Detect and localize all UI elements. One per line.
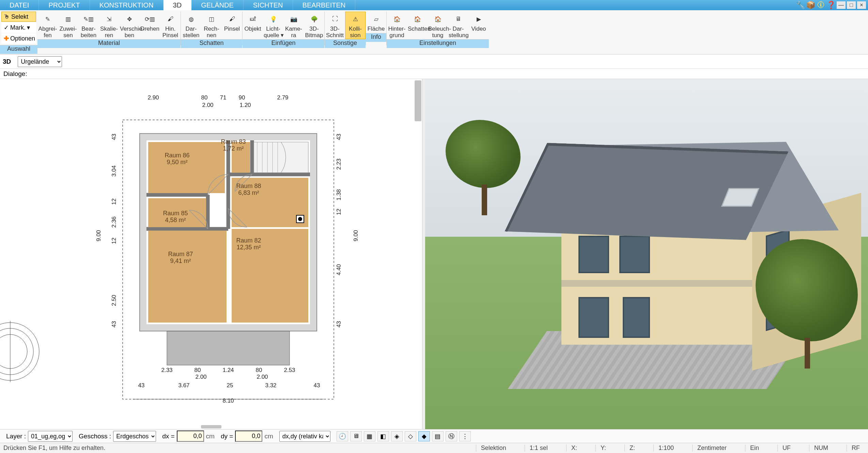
dim-top: 2.90 <box>148 94 159 101</box>
dim-right: 43 <box>336 321 342 328</box>
ribbon-kollision[interactable]: ⚠Kolli-sion <box>345 12 366 39</box>
room-name: Raum 88 <box>236 183 261 189</box>
group-auswahl: Auswahl <box>0 45 37 54</box>
mark-tool[interactable]: ✓ Mark. ▾ <box>1 22 36 33</box>
status-z: Z: <box>624 444 640 452</box>
3d-view-pane[interactable]: ≋ 🪑 🌳 <box>425 79 868 429</box>
property-bar: Layer : 01_ug,eg,og Geschoss : Erdgescho… <box>0 429 868 443</box>
ribbon-hinpinsel[interactable]: 🖌Hin.Pinsel <box>160 12 181 39</box>
svg-rect-19 <box>254 142 308 173</box>
dim-left-extra: 2.50 <box>111 295 117 306</box>
terrain-select[interactable]: Urgelände <box>18 56 62 67</box>
tool-icon[interactable]: 🔧 <box>796 1 805 9</box>
ribbon-dschnitt[interactable]: ⛶3D-Schnitt <box>325 12 345 39</box>
dim-top2: 1.20 <box>239 102 251 108</box>
ribbon-video[interactable]: ▶Video <box>468 12 489 39</box>
ribbon-glyph-icon: ◫ <box>202 12 221 26</box>
cube-icon[interactable]: ◧ <box>377 431 389 441</box>
ribbon-lichtquelle[interactable]: 💡Licht-quelle ▾ <box>263 12 283 39</box>
ribbon-skalieren[interactable]: ⇲Skalie-ren <box>99 12 119 39</box>
room-name: Raum 85 <box>163 210 188 217</box>
minimize-button[interactable]: — <box>837 1 846 9</box>
ribbon-glyph-icon: ⇲ <box>99 12 119 26</box>
tab-konstruktion[interactable]: KONSTRUKTION <box>90 0 164 10</box>
ribbon-darstellung[interactable]: 🖥Dar-stellung <box>448 12 468 39</box>
tab-sichten[interactable]: SICHTEN <box>244 0 293 10</box>
ribbon-drehen[interactable]: ⟳▥Drehen <box>140 12 160 39</box>
tab-datei[interactable]: DATEI <box>0 0 39 10</box>
dim-left: 12 <box>111 238 117 244</box>
grid-icon[interactable]: ▤ <box>432 431 444 441</box>
ribbon-objekt[interactable]: 🛋Objekt <box>243 12 263 39</box>
select-tool[interactable]: 🖰 Selekt <box>1 12 36 22</box>
ribbon-kamera[interactable]: 📷Kame-ra <box>283 12 304 39</box>
status-uf: UF <box>777 444 795 452</box>
more-icon[interactable]: ⋮ <box>459 431 471 441</box>
floor-plan[interactable]: Raum 869,50 m²Raum 831,72 m²Raum 886,83 … <box>82 86 361 420</box>
layer-label: Layer : <box>6 433 26 440</box>
snap3-icon[interactable]: ◆ <box>418 431 430 441</box>
dim-bottom: 43 <box>314 382 320 389</box>
dim-top: 90 <box>239 94 245 101</box>
help-icon[interactable]: ❓ <box>826 1 835 9</box>
ribbon-beleuchtung[interactable]: 🏠Beleuch-tung <box>428 12 448 39</box>
tab-bearbeiten[interactable]: BEARBEITEN <box>293 0 356 10</box>
tab-projekt[interactable]: PROJEKT <box>39 0 90 10</box>
floor-select[interactable]: Erdgeschos <box>113 431 156 442</box>
ribbon-glyph-icon: ✥ <box>120 12 139 26</box>
ribbon-flche[interactable]: ▱Fläche <box>366 12 386 33</box>
ribbon-glyph-icon: 🏠 <box>408 12 427 26</box>
ribbon-glyph-icon: 🛋 <box>243 12 262 26</box>
window-buttons: 🔧 📦 🛈 ❓ — □ × <box>796 0 868 10</box>
splitter[interactable] <box>422 79 425 429</box>
north-icon[interactable]: Ⓝ <box>446 431 457 441</box>
snap2-icon[interactable]: ◇ <box>405 431 416 441</box>
ribbon-rechnen[interactable]: ◫Rech-nen <box>201 12 222 39</box>
clock-icon[interactable]: 🕘 <box>337 431 348 441</box>
package-icon[interactable]: 📦 <box>806 1 815 9</box>
close-button[interactable]: × <box>857 1 866 9</box>
ribbon-glyph-icon: 🏠 <box>387 12 406 26</box>
monitor-icon[interactable]: 🖥 <box>350 431 362 441</box>
pane-handle[interactable] <box>201 425 221 428</box>
status-num: NUM <box>809 444 833 452</box>
ribbon-glyph-icon: 📷 <box>284 12 303 26</box>
dim-right: 4.40 <box>336 264 342 275</box>
dim-left: 2.36 <box>111 216 117 228</box>
tree <box>446 120 521 215</box>
floorplan-pane[interactable]: Raum 869,50 m²Raum 831,72 m²Raum 886,83 … <box>0 79 422 429</box>
ribbon-schatten[interactable]: 🏠Schatten <box>407 12 428 39</box>
house-3d <box>486 120 793 379</box>
maximize-button[interactable]: □ <box>847 1 856 9</box>
ribbon-zuweisen[interactable]: ▥Zuwei-sen <box>58 12 78 39</box>
ribbon-abgreifen[interactable]: ✎Abgrei-fen <box>37 12 58 39</box>
snap1-icon[interactable]: ◈ <box>391 431 403 441</box>
tab-gelaende[interactable]: GELÄNDE <box>191 0 244 10</box>
ribbon-glyph-icon: 🖌 <box>161 12 180 26</box>
info-icon[interactable]: 🛈 <box>816 1 825 9</box>
ribbon-dbitmap[interactable]: 🌳3D-Bitmap <box>304 12 324 39</box>
ribbon-hintergrund[interactable]: 🏠Hinter-grund <box>387 12 407 39</box>
ribbon-verschieben[interactable]: ✥Verschie-ben <box>119 12 140 39</box>
svg-rect-25 <box>167 331 290 365</box>
mark-label: Mark. <box>10 24 26 31</box>
coord-mode-select[interactable]: dx,dy (relativ ka <box>279 431 330 442</box>
ribbon-pinsel[interactable]: 🖌Pinsel <box>222 12 242 39</box>
stack-icon[interactable]: ▦ <box>364 431 375 441</box>
dy-input[interactable] <box>235 431 262 442</box>
dim-right: 2.23 <box>336 158 342 170</box>
ribbon-bearbeiten[interactable]: ✎▥Bear-beiten <box>78 12 99 39</box>
dx-input[interactable] <box>177 431 204 442</box>
dim-bottom: 25 <box>227 382 233 389</box>
ribbon-darstellen[interactable]: ◍Dar-stellen <box>181 12 201 39</box>
options-tool[interactable]: ✚Optionen <box>1 33 36 44</box>
scrollbar[interactable] <box>415 80 421 121</box>
layer-select[interactable]: 01_ug,eg,og <box>28 431 73 442</box>
dim-top: 2.79 <box>277 94 288 101</box>
tab-3d[interactable]: 3D <box>164 0 192 10</box>
dialog-bar: Dialoge: <box>0 69 868 79</box>
ribbon-glyph-icon: ◍ <box>182 12 201 26</box>
dim-right: 12 <box>336 209 342 215</box>
dim-total-width: 8.10 <box>222 397 234 404</box>
dialoge-label: Dialoge: <box>3 70 27 78</box>
